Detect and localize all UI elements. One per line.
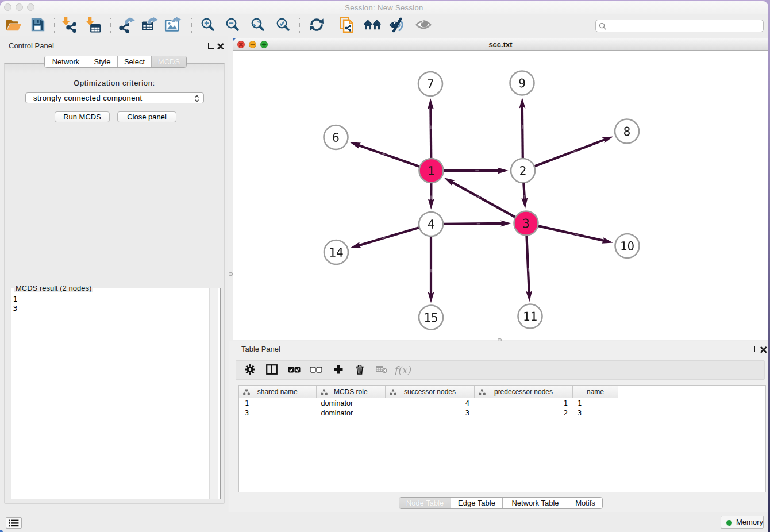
column-header-predecessor-nodes[interactable]: predecessor nodes: [475, 386, 573, 398]
table-row[interactable]: 1dominator411: [239, 399, 765, 408]
edge-4-14[interactable]: [358, 228, 419, 246]
memory-button[interactable]: Memory: [721, 516, 764, 529]
tab-network-table[interactable]: Network Table: [503, 498, 568, 508]
network-canvas[interactable]: [233, 51, 768, 340]
zoom-out-icon[interactable]: [226, 17, 240, 34]
edge-3-11[interactable]: [526, 236, 529, 294]
column-header-successor-nodes[interactable]: successor nodes: [386, 386, 475, 398]
cell-shared-name: 3: [239, 408, 317, 418]
vertical-splitter-handle[interactable]: [229, 272, 233, 276]
edge-2-9[interactable]: [522, 106, 523, 159]
network-window-titlebar[interactable]: scc.txt: [233, 38, 768, 51]
edge-3-10[interactable]: [538, 226, 605, 241]
select-all-columns-icon[interactable]: [288, 365, 301, 376]
toolbar-separator: [110, 18, 111, 33]
open-session-icon[interactable]: [5, 18, 22, 34]
apply-layout-icon[interactable]: [309, 17, 324, 34]
cell-successor-nodes: 4: [386, 399, 475, 408]
memory-status-dot: [726, 520, 732, 526]
screen: Session: New Session: [0, 0, 770, 532]
table-row[interactable]: 3dominator323: [239, 408, 765, 418]
table-panel: Table Panel: [229, 341, 768, 512]
edge-1-6[interactable]: [357, 145, 420, 167]
control-panel-title: Control Panel: [9, 41, 54, 50]
export-table-icon[interactable]: [141, 17, 160, 35]
import-table-icon[interactable]: [86, 16, 101, 35]
control-panel: Control Panel NetworkStyleSelectMCDS Opt…: [0, 36, 228, 512]
close-panel-button[interactable]: Close panel: [117, 111, 176, 122]
tab-select[interactable]: Select: [118, 56, 152, 67]
graph-node-14[interactable]: [324, 240, 348, 264]
select-chevrons-icon: [194, 94, 199, 103]
search-field[interactable]: [595, 20, 764, 32]
manage-networks-icon[interactable]: [340, 16, 356, 36]
column-header-name[interactable]: name: [573, 386, 618, 398]
delete-column-icon[interactable]: [355, 364, 365, 377]
first-neighbors-icon[interactable]: [363, 17, 382, 34]
criterion-value: strongly connected component: [33, 94, 143, 102]
save-session-icon[interactable]: [31, 17, 45, 34]
zoom-fit-icon[interactable]: [251, 17, 265, 34]
export-network-icon[interactable]: [118, 17, 137, 35]
function-builder-icon[interactable]: [395, 364, 413, 379]
column-type-icon: [321, 389, 328, 395]
cell-shared-name: 1: [239, 399, 317, 408]
zoom-in-icon[interactable]: [201, 17, 215, 34]
network-window: scc.txt: [233, 38, 768, 340]
tab-network[interactable]: Network: [45, 56, 87, 67]
task-history-button[interactable]: [6, 517, 22, 529]
tab-edge-table[interactable]: Edge Table: [451, 498, 503, 508]
split-columns-icon[interactable]: [266, 364, 278, 377]
export-image-icon[interactable]: [165, 17, 183, 35]
unselect-all-columns-icon[interactable]: [310, 365, 322, 376]
import-network-icon[interactable]: [61, 16, 77, 35]
graph-node-6[interactable]: [324, 125, 348, 149]
column-header-shared-name[interactable]: shared name: [239, 386, 317, 398]
node-table-header: shared nameMCDS rolesuccessor nodesprede…: [239, 386, 618, 398]
graph-node-4[interactable]: [419, 212, 443, 236]
graph-node-9[interactable]: [510, 71, 534, 95]
tab-motifs[interactable]: Motifs: [568, 498, 602, 508]
graph-node-15[interactable]: [419, 306, 443, 330]
delete-table-icon[interactable]: [375, 365, 388, 376]
graph-node-10[interactable]: [615, 234, 640, 258]
tab-style[interactable]: Style: [87, 56, 118, 67]
settings-icon[interactable]: [245, 364, 256, 377]
table-tabs: Node TableEdge TableNetwork TableMotifs: [399, 497, 603, 509]
edge-3-1[interactable]: [451, 182, 515, 217]
horizontal-splitter-handle[interactable]: [498, 338, 502, 341]
cell-predecessor-nodes: 2: [475, 408, 573, 418]
table-panel-float-icon[interactable]: [749, 346, 755, 352]
app-window: Session: New Session: [0, 1, 768, 532]
edge-1-7[interactable]: [430, 106, 431, 158]
search-input[interactable]: [609, 21, 760, 31]
cell-name: 3: [573, 408, 618, 418]
graph-node-7[interactable]: [418, 72, 442, 96]
mcds-result-title: MCDS result (2 nodes): [14, 284, 93, 292]
table-panel-close-icon[interactable]: [760, 346, 767, 353]
graph-node-2[interactable]: [511, 159, 535, 183]
control-panel-float-icon[interactable]: [208, 43, 214, 49]
criterion-select[interactable]: strongly connected component: [25, 92, 204, 103]
tab-mcds[interactable]: MCDS: [152, 56, 186, 67]
edge-4-3[interactable]: [443, 223, 503, 224]
control-panel-close-icon[interactable]: [217, 43, 224, 50]
tab-node-table[interactable]: Node Table: [399, 498, 451, 508]
graph-node-11[interactable]: [518, 304, 542, 329]
edge-handle-mark: [575, 234, 579, 235]
edge-2-8[interactable]: [534, 139, 606, 166]
column-header-MCDS-role[interactable]: MCDS role: [317, 386, 386, 398]
column-type-icon: [243, 389, 250, 395]
optimization-criterion-label: Optimization criterion:: [5, 79, 224, 87]
cell-predecessor-nodes: 1: [475, 399, 573, 408]
table-toolbar: [236, 360, 765, 380]
cell-successor-nodes: 3: [386, 408, 475, 418]
run-mcds-button[interactable]: Run MCDS: [55, 111, 110, 122]
zoom-selected-icon[interactable]: [276, 17, 291, 34]
mcds-result-scrollbar[interactable]: [209, 288, 218, 499]
hide-selected-icon[interactable]: [390, 17, 405, 34]
show-all-icon[interactable]: [415, 19, 431, 33]
node-table[interactable]: shared nameMCDS rolesuccessor nodesprede…: [238, 385, 766, 492]
add-column-icon[interactable]: [333, 364, 344, 377]
mcds-result-text[interactable]: 13: [13, 295, 18, 313]
